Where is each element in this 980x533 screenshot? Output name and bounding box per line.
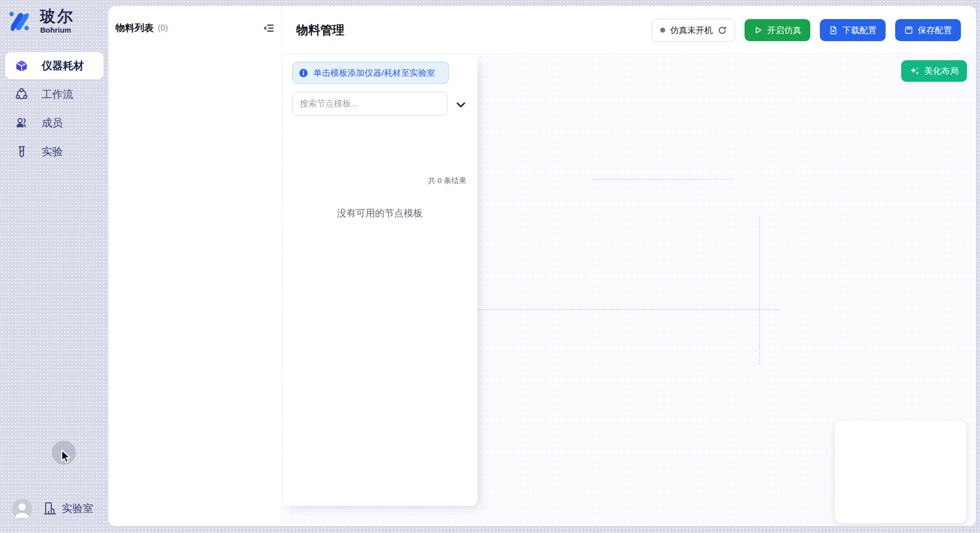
canvas-minimap[interactable] — [834, 420, 966, 523]
status-dot-icon — [660, 28, 665, 33]
brand-name-en: Bohrium — [40, 26, 74, 34]
collapse-panel-button[interactable] — [263, 22, 275, 34]
workflow-icon — [15, 88, 28, 101]
flow-canvas[interactable]: 单击模板添加仪器/耗材至实验室 共 0 条结果 没有可用的节点模板 — [282, 54, 976, 526]
template-drawer: 单击模板添加仪器/耗材至实验室 共 0 条结果 没有可用的节点模板 — [282, 55, 477, 506]
play-icon — [754, 26, 763, 35]
user-avatar[interactable] — [12, 499, 32, 519]
sparkles-icon — [910, 66, 920, 76]
sidebar-item-label: 成员 — [42, 116, 63, 130]
hint-text: 单击模板添加仪器/耗材至实验室 — [313, 67, 435, 79]
materials-list-panel: 物料列表 (0) — [108, 6, 282, 526]
save-icon — [904, 26, 913, 35]
results-count: 共 0 条结果 — [428, 176, 466, 186]
content-sheet: 物料列表 (0) 物料管理 仿真未开机 — [108, 6, 976, 526]
sidebar-item-members[interactable]: 成员 — [5, 111, 103, 135]
download-config-button[interactable]: 下载配置 — [820, 19, 886, 41]
materials-list-title: 物料列表 — [115, 22, 154, 35]
lab-link[interactable]: 实验室 — [43, 501, 93, 516]
simulation-status-pill[interactable]: 仿真未开机 — [652, 19, 735, 42]
sidebar-item-label: 仪器耗材 — [42, 59, 84, 73]
canvas-guide-line — [759, 216, 760, 364]
sidebar: 玻尔 Bohrium 仪器耗材 — [0, 0, 108, 533]
main-header: 物料管理 仿真未开机 — [282, 6, 976, 54]
hint-banner: 单击模板添加仪器/耗材至实验室 — [292, 62, 449, 84]
app-window: 玻尔 Bohrium 仪器耗材 — [0, 0, 980, 533]
sidebar-item-label: 工作流 — [42, 87, 73, 101]
users-icon — [15, 116, 28, 129]
brand-logo: 玻尔 Bohrium — [7, 8, 74, 34]
info-icon — [299, 68, 308, 78]
sidebar-item-workflow[interactable]: 工作流 — [5, 82, 103, 106]
simulation-status-text: 仿真未开机 — [670, 25, 713, 36]
bohrium-logo-icon — [7, 9, 31, 33]
mouse-cursor — [60, 449, 73, 464]
cube-icon — [15, 59, 28, 72]
materials-list-count: (0) — [158, 23, 168, 33]
save-config-button[interactable]: 保存配置 — [895, 19, 961, 41]
start-simulation-button[interactable]: 开启仿真 — [745, 19, 810, 41]
search-template-input[interactable] — [292, 92, 447, 116]
sidebar-item-experiments[interactable]: 实验 — [5, 140, 103, 164]
canvas-guide-line — [592, 179, 734, 180]
main-area: 物料管理 仿真未开机 — [282, 6, 976, 526]
chevron-down-icon[interactable] — [455, 100, 467, 110]
sidebar-item-label: 实验 — [42, 145, 63, 159]
sidebar-item-instruments[interactable]: 仪器耗材 — [5, 52, 103, 79]
canvas-guide-line — [478, 309, 779, 310]
building-icon — [43, 501, 57, 516]
page-title: 物料管理 — [296, 22, 344, 38]
brand-name-zh: 玻尔 — [40, 8, 74, 25]
lab-label: 实验室 — [62, 501, 93, 515]
refresh-icon[interactable] — [718, 26, 726, 35]
beautify-layout-button[interactable]: 美化布局 — [901, 60, 967, 82]
test-tube-icon — [15, 145, 28, 158]
file-download-icon — [829, 26, 838, 35]
empty-templates-text: 没有可用的节点模板 — [282, 207, 477, 220]
